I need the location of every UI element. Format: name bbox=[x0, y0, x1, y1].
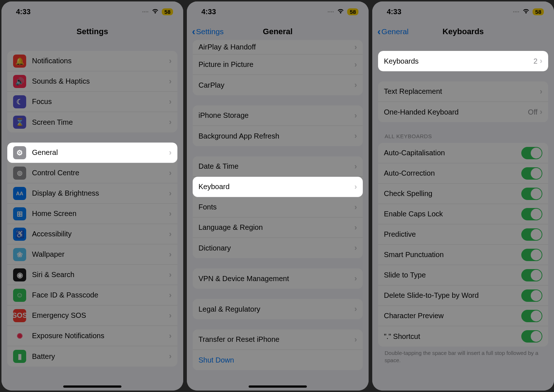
row-dictionary[interactable]: Dictionary› bbox=[193, 238, 363, 258]
group-reset: Transfer or Reset iPhone›Shut Down bbox=[193, 329, 363, 370]
row-check-spelling[interactable]: Check Spelling bbox=[378, 184, 548, 204]
home-indicator[interactable] bbox=[249, 385, 307, 388]
row-label: Home Screen bbox=[32, 209, 169, 218]
toggle-switch[interactable] bbox=[521, 167, 542, 180]
group-media: AirPlay & Handoff›Picture in Picture›Car… bbox=[193, 40, 363, 95]
row-siri-search[interactable]: ◉Siri & Search› bbox=[7, 265, 177, 285]
focus-icon: ☾ bbox=[13, 95, 26, 108]
row-value: 2 bbox=[534, 57, 538, 65]
row-label: Wallpaper bbox=[32, 250, 169, 259]
row-label: Legal & Regulatory bbox=[198, 305, 354, 313]
row-battery[interactable]: ▮Battery› bbox=[7, 346, 177, 367]
row-label: Predictive bbox=[384, 230, 521, 239]
row-legal-regulatory[interactable]: Legal & Regulatory› bbox=[193, 299, 363, 319]
row-focus[interactable]: ☾Focus› bbox=[7, 92, 177, 112]
row-keyboard[interactable]: Keyboard› bbox=[193, 177, 363, 197]
row-background-app-refresh[interactable]: Background App Refresh› bbox=[193, 126, 363, 146]
chevron-right-icon: › bbox=[169, 311, 172, 320]
accessibility-icon: ♿ bbox=[13, 228, 26, 241]
row-accessibility[interactable]: ♿Accessibility› bbox=[7, 224, 177, 244]
row-label: Enable Caps Lock bbox=[384, 210, 521, 218]
row-character-preview[interactable]: Character Preview bbox=[378, 306, 548, 326]
row-notifications[interactable]: 🔔Notifications› bbox=[7, 51, 177, 71]
row-slide-to-type[interactable]: Slide to Type bbox=[378, 265, 548, 285]
toggle-switch[interactable] bbox=[521, 249, 542, 261]
row-auto-correction[interactable]: Auto-Correction bbox=[378, 163, 548, 184]
toggle-switch[interactable] bbox=[521, 289, 542, 302]
row-date-time[interactable]: Date & Time› bbox=[193, 156, 363, 177]
wifi-icon bbox=[522, 8, 530, 16]
row-screen-time[interactable]: ⌛Screen Time› bbox=[7, 112, 177, 132]
settings-list[interactable]: 🔔Notifications›🔊Sounds & Haptics›☾Focus›… bbox=[1, 41, 183, 391]
row-fonts[interactable]: Fonts› bbox=[193, 197, 363, 217]
row-label: Language & Region bbox=[198, 223, 354, 232]
toggle-switch[interactable] bbox=[521, 330, 542, 343]
wallpaper-icon: ❀ bbox=[13, 248, 26, 261]
screentime-icon: ⌛ bbox=[13, 116, 26, 129]
row-label: Transfer or Reset iPhone bbox=[198, 335, 354, 344]
back-button[interactable]: ‹ Settings bbox=[192, 27, 224, 37]
keyboards-list[interactable]: Keyboards2› Text Replacement›One-Handed … bbox=[372, 41, 554, 391]
row-control-centre[interactable]: ⊚Control Centre› bbox=[7, 163, 177, 183]
row-face-id-passcode[interactable]: ☺Face ID & Passcode› bbox=[7, 285, 177, 305]
toggle-switch[interactable] bbox=[521, 269, 542, 281]
chevron-right-icon: › bbox=[540, 107, 542, 117]
row-delete-slide-to-type-by-word[interactable]: Delete Slide-to-Type by Word bbox=[378, 285, 548, 306]
chevron-right-icon: › bbox=[354, 60, 357, 69]
wifi-icon bbox=[337, 8, 344, 16]
row-language-region[interactable]: Language & Region› bbox=[193, 217, 363, 238]
toggle-switch[interactable] bbox=[521, 310, 542, 322]
row-airplay-handoff[interactable]: AirPlay & Handoff› bbox=[193, 40, 363, 55]
chevron-right-icon: › bbox=[354, 203, 357, 212]
row-carplay[interactable]: CarPlay› bbox=[193, 75, 363, 95]
back-label: General bbox=[381, 27, 409, 36]
row-exposure-notifications[interactable]: ✺Exposure Notifications› bbox=[7, 326, 177, 346]
row-iphone-storage[interactable]: iPhone Storage› bbox=[193, 105, 363, 126]
row-label: VPN & Device Management bbox=[198, 275, 354, 283]
row-label: One-Handed Keyboard bbox=[384, 108, 528, 116]
row-label: Control Centre bbox=[32, 169, 169, 177]
group-legal: Legal & Regulatory› bbox=[193, 299, 363, 319]
row-predictive[interactable]: Predictive bbox=[378, 224, 548, 245]
row-emergency-sos[interactable]: SOSEmergency SOS› bbox=[7, 305, 177, 326]
row-picture-in-picture[interactable]: Picture in Picture› bbox=[193, 55, 363, 75]
row-label: Picture in Picture bbox=[198, 60, 354, 69]
toggle-switch[interactable] bbox=[521, 188, 542, 200]
row-vpn-device-management[interactable]: VPN & Device Management› bbox=[193, 268, 363, 289]
row-label: Face ID & Passcode bbox=[32, 291, 169, 299]
row-text-replacement[interactable]: Text Replacement› bbox=[378, 81, 548, 102]
group-keyboards: Keyboards2› bbox=[378, 51, 548, 71]
chevron-right-icon: › bbox=[354, 43, 357, 52]
back-label: Settings bbox=[196, 27, 224, 36]
home-indicator[interactable] bbox=[63, 385, 121, 388]
row-auto-capitalisation[interactable]: Auto-Capitalisation bbox=[378, 143, 548, 163]
row-label: Keyboard bbox=[198, 183, 354, 191]
row-keyboards[interactable]: Keyboards2› bbox=[378, 51, 548, 71]
chevron-right-icon: › bbox=[354, 80, 357, 90]
chevron-right-icon: › bbox=[540, 56, 542, 66]
toggle-switch[interactable] bbox=[521, 208, 542, 220]
row-wallpaper[interactable]: ❀Wallpaper› bbox=[7, 244, 177, 265]
chevron-right-icon: › bbox=[354, 304, 357, 314]
row-sounds-haptics[interactable]: 🔊Sounds & Haptics› bbox=[7, 71, 177, 92]
row-shut-down[interactable]: Shut Down bbox=[193, 350, 363, 370]
row-enable-caps-lock[interactable]: Enable Caps Lock bbox=[378, 204, 548, 224]
row-smart-punctuation[interactable]: Smart Punctuation bbox=[378, 245, 548, 265]
row-label: Accessibility bbox=[32, 230, 169, 238]
toggle-switch[interactable] bbox=[521, 147, 542, 159]
row-display-brightness[interactable]: AADisplay & Brightness› bbox=[7, 183, 177, 204]
faceid-icon: ☺ bbox=[13, 289, 26, 302]
chevron-right-icon: › bbox=[169, 352, 172, 361]
general-list[interactable]: AirPlay & Handoff›Picture in Picture›Car… bbox=[187, 31, 369, 380]
battery-indicator: 58 bbox=[347, 8, 358, 15]
row-transfer-or-reset-iphone[interactable]: Transfer or Reset iPhone› bbox=[193, 329, 363, 350]
row-home-screen[interactable]: ⊞Home Screen› bbox=[7, 204, 177, 224]
row-label: Slide to Type bbox=[384, 271, 521, 279]
row-shortcut[interactable]: "." Shortcut bbox=[378, 326, 548, 347]
back-button[interactable]: ‹ General bbox=[377, 27, 409, 37]
row-general[interactable]: ⚙General› bbox=[7, 143, 177, 163]
row-one-handed-keyboard[interactable]: One-Handed KeyboardOff› bbox=[378, 102, 548, 122]
toggle-switch[interactable] bbox=[521, 228, 542, 241]
chevron-right-icon: › bbox=[354, 111, 357, 120]
row-label: Siri & Search bbox=[32, 271, 169, 279]
